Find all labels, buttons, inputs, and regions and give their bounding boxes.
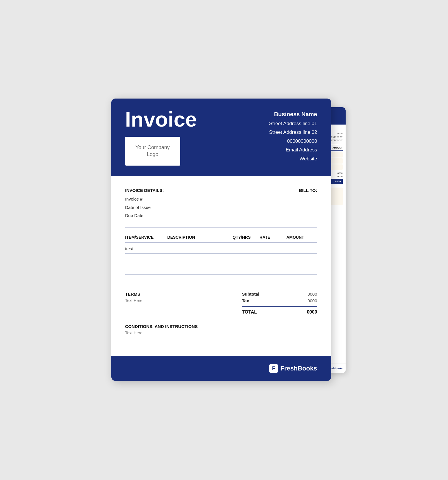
amt-cell-1 xyxy=(286,242,317,254)
amt-cell-2 xyxy=(286,253,317,264)
tax-row: Tax 0000 xyxy=(242,298,317,303)
subtotal-value: 0000 xyxy=(307,292,317,296)
table-row xyxy=(125,264,317,274)
col-item-header: ITEM/SERVICE xyxy=(125,233,167,242)
invoice-title: Invoice xyxy=(125,109,197,130)
freshbooks-label: FreshBooks xyxy=(280,365,317,372)
conditions-section: CONDITIONS, AND INSTRUCTIONS Text Here xyxy=(125,324,317,335)
desc-cell-2 xyxy=(167,253,233,264)
tax-value: 0000 xyxy=(307,298,317,303)
invoice-header: Invoice Your Company Logo Business Name … xyxy=(111,99,331,176)
col-qty-header: QTY/HRS xyxy=(233,233,259,242)
invoice-scene: INVOICE DETAILS: Invoice # 0000 Date of … xyxy=(111,99,337,382)
table-row: trest xyxy=(125,242,317,254)
rate-cell-1 xyxy=(259,242,286,254)
conditions-text: Text Here xyxy=(125,331,317,335)
rate-cell-3 xyxy=(259,264,286,274)
business-info: Business Name Street Address line 01 Str… xyxy=(269,109,317,164)
item-cell-1: trest xyxy=(125,242,167,254)
qty-cell-4 xyxy=(233,274,259,285)
amt-cell-4 xyxy=(286,274,317,285)
terms-title: TERMS xyxy=(125,292,242,296)
logo-text: Your Company Logo xyxy=(135,144,169,158)
rate-cell-2 xyxy=(259,253,286,264)
freshbooks-logo: F FreshBooks xyxy=(269,364,317,373)
subtotal-label: Subtotal xyxy=(242,292,259,296)
invoice-front: Invoice Your Company Logo Business Name … xyxy=(111,99,331,381)
logo-placeholder: Your Company Logo xyxy=(125,137,180,166)
phone: 00000000000 xyxy=(269,137,317,146)
col-desc-header: DESCRIPTION xyxy=(167,233,233,242)
item-cell-2 xyxy=(125,253,167,264)
table-header-row: ITEM/SERVICE DESCRIPTION QTY/HRS RATE AM… xyxy=(125,233,317,242)
address-line1: Street Address line 01 xyxy=(269,119,317,128)
rate-cell-4 xyxy=(259,274,286,285)
col-amount-header: AMOUNT xyxy=(286,233,317,242)
subtotal-row: Subtotal 0000 xyxy=(242,292,317,296)
bottom-section: TERMS Text Here Subtotal 0000 Tax 0000 T… xyxy=(125,292,317,315)
invoice-body: INVOICE DETAILS: Invoice # Date of Issue… xyxy=(111,176,331,346)
total-final-row: TOTAL 0000 xyxy=(242,310,317,315)
website: Website xyxy=(269,155,317,164)
desc-cell-3 xyxy=(167,264,233,274)
email: Email Address xyxy=(269,146,317,155)
qty-cell-2 xyxy=(233,253,259,264)
col-rate-header: RATE xyxy=(259,233,286,242)
item-cell-4 xyxy=(125,274,167,285)
items-table: ITEM/SERVICE DESCRIPTION QTY/HRS RATE AM… xyxy=(125,233,317,285)
details-section-title: INVOICE DETAILS: xyxy=(125,186,164,195)
invoice-footer: F FreshBooks xyxy=(111,356,331,381)
date-label: Date of Issue xyxy=(125,203,164,212)
business-name: Business Name xyxy=(269,109,317,119)
qty-cell-3 xyxy=(233,264,259,274)
qty-cell-1 xyxy=(233,242,259,254)
address-line2: Street Address line 02 xyxy=(269,128,317,137)
terms-section: TERMS Text Here xyxy=(125,292,242,315)
totals-divider xyxy=(242,306,317,307)
invoice-details-section: INVOICE DETAILS: Invoice # Date of Issue… xyxy=(125,186,317,220)
details-left: INVOICE DETAILS: Invoice # Date of Issue… xyxy=(125,186,164,220)
freshbooks-icon: F xyxy=(269,364,278,373)
amt-cell-3 xyxy=(286,264,317,274)
details-right: BILL TO: xyxy=(299,186,317,220)
total-value: 0000 xyxy=(307,310,317,315)
terms-text: Text Here xyxy=(125,298,242,303)
tax-label: Tax xyxy=(242,298,249,303)
bill-to-label: BILL TO: xyxy=(299,186,317,195)
item-cell-3 xyxy=(125,264,167,274)
totals-section: Subtotal 0000 Tax 0000 TOTAL 0000 xyxy=(242,292,317,315)
section-divider xyxy=(125,227,317,227)
due-label: Due Date xyxy=(125,212,164,220)
desc-cell-4 xyxy=(167,274,233,285)
table-row xyxy=(125,274,317,285)
total-label: TOTAL xyxy=(242,310,257,315)
invoice-num-label: Invoice # xyxy=(125,195,164,203)
conditions-title: CONDITIONS, AND INSTRUCTIONS xyxy=(125,324,317,329)
header-left: Invoice Your Company Logo xyxy=(125,109,197,166)
desc-cell-1 xyxy=(167,242,233,254)
table-row xyxy=(125,253,317,264)
